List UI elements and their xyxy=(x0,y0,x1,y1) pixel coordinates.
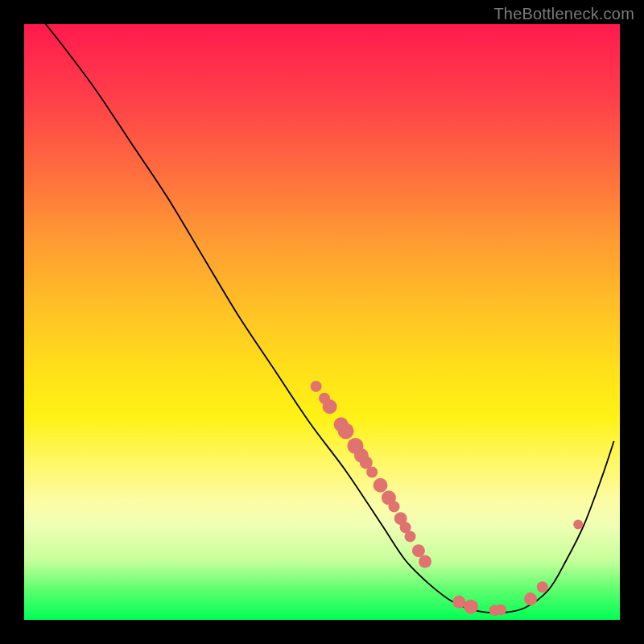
scatter-point xyxy=(405,530,416,542)
chart-svg xyxy=(24,24,620,620)
scatter-point xyxy=(573,520,583,530)
scatter-point xyxy=(464,600,478,614)
scatter-point xyxy=(524,592,537,605)
scatter-point xyxy=(495,604,506,615)
scatter-point xyxy=(412,544,425,557)
scatter-point xyxy=(323,399,337,414)
scatter-points xyxy=(311,381,584,616)
scatter-point xyxy=(537,581,548,592)
scatter-point xyxy=(419,555,431,568)
scatter-point xyxy=(311,381,322,392)
curve-line xyxy=(36,24,614,613)
scatter-point xyxy=(452,596,465,609)
chart-frame: TheBottleneck.com xyxy=(0,0,644,644)
chart-plot-area xyxy=(24,24,620,620)
scatter-point xyxy=(366,466,378,477)
attribution-label: TheBottleneck.com xyxy=(493,5,634,23)
scatter-point xyxy=(338,423,354,439)
scatter-point xyxy=(389,501,400,512)
scatter-point xyxy=(374,478,388,493)
